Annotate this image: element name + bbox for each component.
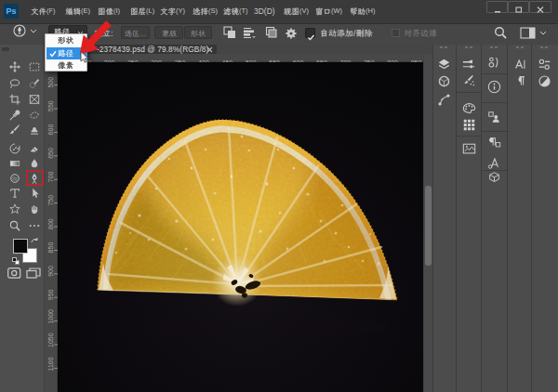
svg-text:650: 650	[47, 148, 54, 159]
svg-text:500: 500	[47, 77, 54, 88]
svg-text:900: 900	[47, 266, 54, 277]
svg-text:700: 700	[47, 171, 54, 182]
svg-text:800: 800	[47, 218, 54, 229]
svg-text:.: .	[144, 30, 146, 38]
svg-text:750: 750	[47, 195, 54, 206]
svg-text:550: 550	[47, 100, 54, 111]
svg-text:850: 850	[47, 242, 54, 254]
svg-text:1000: 1000	[47, 309, 54, 324]
svg-text:600: 600	[47, 124, 54, 136]
svg-text:1050: 1050	[47, 333, 54, 347]
svg-text:1100: 1100	[47, 357, 54, 371]
svg-text:950: 950	[47, 289, 54, 300]
svg-text:/: /	[353, 29, 356, 38]
